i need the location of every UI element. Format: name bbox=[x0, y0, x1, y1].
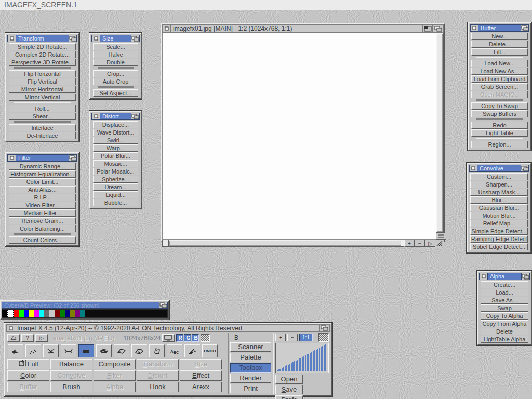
filter-count-colors-button[interactable]: Count Colors... bbox=[9, 236, 76, 244]
zoom-ratio-button[interactable]: 1:1 bbox=[299, 334, 313, 341]
color-swatch-19[interactable] bbox=[101, 310, 106, 317]
depth-icon[interactable] bbox=[159, 302, 167, 308]
color-swatch-16[interactable] bbox=[85, 310, 90, 317]
zoom-out-button[interactable]: − bbox=[415, 240, 425, 247]
color-swatch-29[interactable] bbox=[152, 310, 157, 317]
color-swatch-24[interactable] bbox=[126, 310, 131, 317]
convolve-blur-button[interactable]: Blur... bbox=[470, 196, 528, 204]
alpha-swap-button[interactable]: Swap bbox=[481, 304, 528, 312]
zoom-in-button[interactable]: + bbox=[404, 240, 415, 247]
filter-r-i-p-button[interactable]: R.I.P... bbox=[9, 194, 76, 201]
color-swatch-15[interactable] bbox=[80, 310, 85, 317]
filter-button[interactable]: Filter bbox=[94, 370, 136, 381]
b-channel-button[interactable]: B bbox=[192, 334, 199, 342]
brush-button[interactable]: Brush bbox=[50, 382, 92, 392]
distort-wave-distort-button[interactable]: Wave Distort... bbox=[93, 129, 138, 136]
dither-channel-button[interactable] bbox=[201, 334, 210, 342]
scissors-tool-icon[interactable] bbox=[43, 344, 59, 357]
open-button[interactable]: Open bbox=[275, 375, 303, 384]
color-swatch-31[interactable] bbox=[162, 310, 167, 317]
color-swatch-26[interactable] bbox=[137, 310, 142, 317]
filter-video-filter-button[interactable]: Video Filter... bbox=[9, 202, 76, 209]
filter-anti-alias-button[interactable]: Anti Alias... bbox=[9, 186, 76, 193]
color-swatch-12[interactable] bbox=[65, 310, 70, 317]
buffer-load-new-as-button[interactable]: Load New As... bbox=[471, 68, 528, 75]
distort-polar-mosaic-button[interactable]: Polar Mosaic... bbox=[93, 168, 138, 175]
transform-mirror-horizontal-button[interactable]: Mirror Horizontal bbox=[9, 86, 76, 93]
screen-titlebar[interactable]: IMAGEFX_SCREEN.1 bbox=[0, 0, 532, 10]
image-window-titlebar[interactable]: imagefx01.jpg [MAIN] - 1:2 (1024x768, 1:… bbox=[162, 24, 444, 33]
transform-flip-vertical-button[interactable]: Flip Vertical bbox=[9, 78, 76, 85]
sleep-button[interactable]: Zz bbox=[7, 334, 20, 342]
size-crop-button[interactable]: Crop... bbox=[93, 70, 138, 77]
buffer-delete-button[interactable]: Delete... bbox=[471, 41, 528, 48]
size-set-aspect-button[interactable]: Set Aspect... bbox=[93, 89, 138, 97]
distort-spherize-button[interactable]: Spherize... bbox=[93, 176, 138, 183]
color-swatch-9[interactable] bbox=[49, 310, 55, 317]
color-swatch-20[interactable] bbox=[106, 310, 111, 317]
vertical-scrollbar[interactable] bbox=[436, 33, 444, 240]
transform-simple-2d-rotate-button[interactable]: Simple 2D Rotate... bbox=[9, 43, 76, 50]
r-channel-button[interactable]: R bbox=[176, 334, 183, 342]
alpha-button[interactable]: Alpha bbox=[94, 382, 136, 392]
distort-swirl-button[interactable]: Swirl... bbox=[93, 137, 138, 144]
convolve-custom-button[interactable]: Custom... bbox=[470, 173, 528, 180]
transform-roll-button[interactable]: Roll... bbox=[9, 105, 76, 112]
distort-liquid-button[interactable]: Liquid... bbox=[93, 191, 138, 198]
image-canvas[interactable] bbox=[162, 33, 436, 240]
filter-color-balancing-button[interactable]: Color Balancing... bbox=[9, 225, 76, 232]
transform-mirror-vertical-button[interactable]: Mirror Vertical bbox=[9, 94, 76, 101]
pan-button[interactable]: ▷ bbox=[425, 240, 435, 247]
buffer-redo-button[interactable]: Redo bbox=[471, 122, 528, 129]
filter-histogram-equalization-button[interactable]: Histogram Equalization... bbox=[9, 170, 76, 178]
color-swatch-23[interactable] bbox=[121, 310, 126, 317]
convolve-unsharp-mask-button[interactable]: Unsharp Mask... bbox=[470, 189, 528, 196]
save-button[interactable]: Save bbox=[275, 385, 303, 394]
buffer-region-button[interactable]: Region... bbox=[471, 141, 528, 148]
depth-icon[interactable] bbox=[521, 25, 529, 31]
size-button[interactable]: Size bbox=[180, 359, 222, 369]
color-swatch-2[interactable] bbox=[14, 310, 19, 317]
convolve-simple-edge-detect-button[interactable]: Simple Edge Detect... bbox=[470, 228, 528, 235]
zoom-out-button[interactable]: − bbox=[287, 334, 298, 341]
color-swatch-17[interactable] bbox=[90, 310, 96, 317]
filter-color-limit-button[interactable]: Color Limit... bbox=[9, 178, 76, 185]
alpha-delete-button[interactable]: Delete bbox=[481, 328, 528, 335]
zoom-in-button[interactable]: + bbox=[275, 334, 286, 341]
size-double-button[interactable]: Double bbox=[93, 59, 138, 66]
color-swatch-30[interactable] bbox=[157, 310, 162, 317]
transform-complex-2d-rotate-button[interactable]: Complex 2D Rotate... bbox=[9, 51, 76, 58]
color-swatch-25[interactable] bbox=[131, 310, 137, 317]
toolbox-titlebar[interactable]: ImageFX 4.5 (12-Apr-20) -- © 1992-2020 A… bbox=[6, 324, 330, 332]
depth-icon[interactable] bbox=[131, 35, 139, 42]
depth-icon[interactable] bbox=[131, 113, 139, 119]
color-swatch-13[interactable] bbox=[70, 310, 75, 317]
distort-warp-button[interactable]: Warp... bbox=[93, 144, 138, 152]
color-swatch-0[interactable] bbox=[2, 310, 7, 317]
buffer-new-button[interactable]: New... bbox=[471, 33, 528, 40]
color-swatch-4[interactable] bbox=[24, 310, 29, 317]
buffer-titlebar[interactable]: Buffer bbox=[470, 24, 529, 32]
polygon-tool-icon[interactable] bbox=[114, 344, 129, 357]
curve-tool-icon[interactable] bbox=[61, 344, 76, 357]
distort-bubble-button[interactable]: Bubble... bbox=[93, 199, 138, 206]
transform-de-interlace-button[interactable]: De-Interlace bbox=[9, 132, 76, 139]
color-button[interactable]: Color bbox=[7, 370, 49, 381]
color-swatch-8[interactable] bbox=[44, 310, 49, 317]
pointer-tool-icon[interactable] bbox=[8, 344, 23, 357]
hscroll-track[interactable] bbox=[168, 240, 404, 247]
effect-button[interactable]: Effect bbox=[180, 370, 222, 381]
close-icon[interactable] bbox=[163, 25, 171, 32]
convolve-button[interactable]: Convolve bbox=[50, 370, 92, 381]
scanner-panel-button[interactable]: Scanner bbox=[230, 342, 271, 352]
g-channel-button[interactable]: G bbox=[184, 334, 191, 342]
cyberwb-titlebar[interactable]: CyberWB Preview: (32 of 256 shown) bbox=[2, 302, 168, 309]
filter-titlebar[interactable]: Filter bbox=[7, 154, 77, 162]
airbrush-tool-icon[interactable] bbox=[184, 344, 200, 357]
hscroll-thumb[interactable] bbox=[169, 241, 401, 246]
arexx-button[interactable]: Arexx bbox=[180, 382, 222, 392]
color-swatch-21[interactable] bbox=[111, 310, 116, 317]
color-swatch-11[interactable] bbox=[60, 310, 65, 317]
color-swatch-27[interactable] bbox=[142, 310, 147, 317]
lines-icon[interactable] bbox=[436, 233, 446, 240]
